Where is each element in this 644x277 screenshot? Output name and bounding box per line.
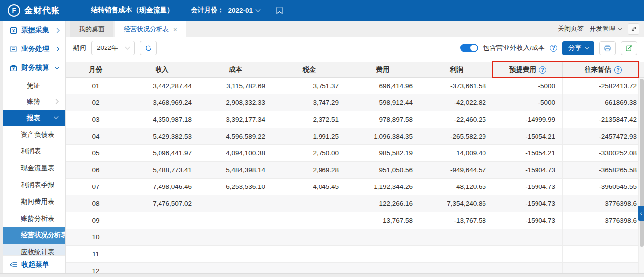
vertical-scrollbar[interactable] [638,78,644,273]
close-tabs-link[interactable]: 关闭页签 [558,24,584,33]
sidebar-item-label: 票据采集 [21,26,49,35]
sidebar-report-item[interactable]: 利润表季报 [3,177,65,193]
accounting-month-value: 2022-01 [228,7,253,14]
table-cell: 4,094,100.38 [199,145,272,162]
tab-1[interactable]: 我的桌面 [70,21,113,37]
table-cell: 3,392,177.34 [199,111,272,128]
month-cell: 07 [66,179,125,195]
collapse-menu-button[interactable]: 收起菜单 [3,255,65,273]
fullscreen-expand-button[interactable] [628,23,639,35]
sidebar-report-item[interactable]: 资产负债表 [3,126,65,143]
table-cell: 1,991.25 [272,128,346,145]
table-cell: -42,022.82 [420,94,493,111]
column-header-label: 月份 [89,65,103,74]
svg-text:¥: ¥ [12,28,15,33]
sidebar-item-1[interactable]: ¥票据采集 [3,21,65,40]
table-cell: -3658265.58 [563,162,644,179]
toolbar: 期间 2022年 包含营业外收入/成本 ? 分享 [66,37,644,59]
accounting-month-dropdown[interactable]: 2022-01 [228,7,260,14]
table-cell: 2,750.00 [272,145,346,162]
table-cell: 1,096,384.35 [346,128,420,145]
sidebar-report-item[interactable]: 账龄分析表 [3,210,65,227]
horizontal-scrollbar[interactable] [0,273,644,277]
column-header-label: 税金 [303,65,316,74]
sidebar-subitem-报表[interactable]: 报表 [3,110,65,126]
sidebar-report-item[interactable]: 现金流量表 [3,160,65,177]
table-cell: -15904.73 [493,195,563,212]
table-row: 065,488,773.415,484,398.142,969.28951,05… [66,162,644,179]
period-select-value: 2022年 [97,44,118,52]
dev-manage-label: 开发管理 [590,24,615,33]
column-header-label: 预提费用 [509,65,536,74]
help-icon[interactable]: ? [550,45,557,52]
column-header-成本: 成本 [199,62,272,78]
table-cell: 7,476,507.02 [125,195,199,212]
sidebar-item-2[interactable]: 业务处理 [3,40,65,58]
column-header-label: 费用 [376,65,390,74]
table-row: 045,429,382.534,596,589.221,991.251,096,… [66,128,644,145]
table-cell [420,246,493,263]
bookmark-icon[interactable] [275,6,284,15]
table-cell: -3300252.08 [563,145,644,162]
table-cell: -15054.21 [493,145,563,162]
table-cell [493,229,563,246]
sidebar-subitem-label: 账簿 [27,98,40,105]
include-nonoperating-toggle[interactable] [460,44,478,52]
vertical-scrollbar-thumb[interactable] [640,79,644,247]
column-header-label: 往来暂估 [585,65,611,74]
table-cell [199,212,272,229]
table-cell: 2,372.51 [272,111,346,128]
table-cell: -373,661.58 [420,78,493,94]
table-cell [272,246,346,263]
column-header-收入: 收入 [125,62,199,78]
tab-close-icon[interactable]: × [173,26,177,33]
share-button[interactable]: 分享 [562,41,594,55]
sidebar-subitem-账簿[interactable]: 账簿 [3,93,65,110]
collapse-menu-label: 收起菜单 [21,260,49,269]
chevron-right-icon [54,99,59,104]
sidebar-item-label: 业务处理 [21,45,49,53]
table-cell: -949,644.57 [420,162,493,179]
table-cell [272,229,346,246]
tab-2[interactable]: 经营状况分析表× [115,21,186,37]
table-cell [125,212,199,229]
column-header-往来暂估: 往来暂估? [563,62,644,78]
table-cell: -14999.99 [493,111,563,128]
table-cell: 7,498,046.46 [125,179,199,195]
help-icon[interactable]: ? [614,66,622,74]
sidebar-subitem-凭证[interactable]: 凭证 [3,77,65,93]
dev-manage-menu[interactable]: 开发管理 [590,24,622,33]
table-body: 013,442,287.443,115,782.693,751.37696,41… [66,78,644,273]
export-button[interactable] [621,41,637,55]
period-select[interactable]: 2022年 [91,41,135,55]
refresh-button[interactable] [140,41,157,55]
sidebar-item-3[interactable]: ¥财务核算 [3,58,65,77]
svg-text:¥: ¥ [12,66,15,71]
table-cell [346,246,420,263]
table-cell: -2135847.42 [563,111,644,128]
period-label: 期间 [73,44,86,52]
sidebar-report-item[interactable]: 期间费用表 [3,193,65,210]
chevron-down-icon [618,26,623,31]
chevron-right-icon [55,28,60,33]
help-icon[interactable]: ? [539,66,546,74]
table-row: 077,498,046.466,253,536.104,045.451,192,… [66,179,644,195]
drawer-collapse-handle[interactable]: ‹ [638,206,644,221]
print-button[interactable] [599,41,616,55]
table-cell: 3,442,287.44 [125,78,199,94]
table-cell: 14,009.40 [420,145,493,162]
month-cell: 04 [66,128,125,145]
sidebar-report-item[interactable]: 利润表 [3,143,65,160]
chevron-down-icon [54,114,59,119]
table-cell [420,229,493,246]
sidebar-report-item[interactable]: 经营状况分析表 [3,227,65,244]
sidebar-subitem-label: 凭证 [27,82,40,89]
sidebar: ¥票据采集业务处理¥财务核算凭证账簿报表资产负债表利润表现金流量表利润表季报期间… [3,21,66,273]
tab-label: 我的桌面 [79,25,105,34]
table-cell: -13,767.58 [420,212,493,229]
table-cell [346,229,420,246]
include-nonoperating-label: 包含营业外收入/成本 [483,44,545,52]
table-cell [493,246,563,263]
table-cell: -5000 [493,78,563,94]
cashbox-icon: ¥ [9,64,18,72]
